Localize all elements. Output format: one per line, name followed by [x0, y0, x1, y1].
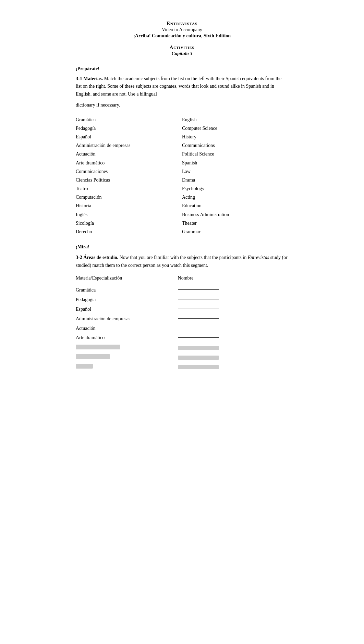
blurred-row — [76, 353, 288, 362]
answer-blank — [178, 337, 219, 338]
capitulo-label: Capítulo 3 — [76, 51, 288, 57]
blurred-blank-block — [178, 365, 219, 369]
subject-cell: Arte dramático — [76, 333, 178, 342]
col1-header: Materia/Especialización — [76, 275, 178, 281]
subject-cell: Actuación — [76, 324, 178, 333]
nombre-cell — [178, 324, 288, 333]
blurred-text-block — [76, 364, 93, 369]
activity32-intro: 3-2 Áreas de estudio. Now that you are f… — [76, 254, 288, 269]
list-item: Arte dramático — [76, 159, 175, 167]
table-row: Español — [76, 305, 288, 314]
blurred-nombre — [178, 363, 288, 372]
page: Entrevistas Video to Accompany ¡Arriba! … — [48, 0, 316, 598]
list-item: Drama — [182, 176, 288, 184]
list-item: Education — [182, 201, 288, 210]
list-item: History — [182, 133, 288, 141]
list-item: Grammar — [182, 227, 288, 236]
table-row: Gramática — [76, 286, 288, 295]
list-item: Teatro — [76, 184, 175, 193]
list-item: Comunicaciones — [76, 167, 175, 176]
list-item: Business Administration — [182, 210, 288, 219]
list-item: Computación — [76, 193, 175, 201]
list-item: Sicología — [76, 219, 175, 227]
list-item: Actuación — [76, 150, 175, 158]
list-item: Law — [182, 167, 288, 176]
blurred-row — [76, 363, 288, 372]
list-item: Pedagogía — [76, 124, 175, 133]
preparate-heading: ¡Prepárate! — [76, 66, 288, 72]
activity31-body: Match the academic subjects from the lis… — [76, 76, 281, 97]
answer-blank — [178, 328, 219, 328]
list-item: Theater — [182, 219, 288, 227]
dictionary-line: dictionary if necessary. — [76, 101, 288, 109]
blurred-subject — [76, 363, 178, 372]
answer-blank — [178, 289, 219, 290]
spanish-list: GramáticaPedagogíaEspañolAdministración … — [76, 115, 182, 236]
nombre-cell — [178, 305, 288, 314]
subject-cell: Pedagogía — [76, 295, 178, 304]
rest-of-page — [76, 372, 288, 578]
blurred-subject — [76, 353, 178, 362]
main-title: Entrevistas — [76, 21, 288, 26]
activity31-intro: 3-1 Materias. Match the academic subject… — [76, 75, 288, 98]
table-row: Administración de empresas — [76, 314, 288, 323]
list-item: Political Science — [182, 150, 288, 158]
list-item: Computer Science — [182, 124, 288, 133]
answer-blank — [178, 318, 219, 319]
subject-cell: Administración de empresas — [76, 314, 178, 323]
list-item: Ciencias Políticas — [76, 176, 175, 184]
blurred-text-block — [76, 345, 120, 349]
blurred-blank-block — [178, 346, 219, 350]
blurred-nombre — [178, 344, 288, 352]
table-body: GramáticaPedagogíaEspañolAdministración … — [76, 286, 288, 372]
list-item: English — [182, 115, 288, 124]
edition: ¡Arriba! Comunicación y cultura, Sixth E… — [76, 33, 288, 39]
nombre-cell — [178, 333, 288, 342]
blurred-rows — [76, 344, 288, 372]
list-item: Gramática — [76, 115, 175, 124]
blurred-nombre — [178, 353, 288, 362]
table-row: Arte dramático — [76, 333, 288, 342]
nombre-cell — [178, 295, 288, 304]
answer-blank — [178, 309, 219, 309]
blurred-blank-block — [178, 356, 219, 360]
table-header: Materia/Especialización Nombre — [76, 275, 288, 281]
list-item: Inglés — [76, 210, 175, 219]
list-item: Psychology — [182, 184, 288, 193]
nombre-cell — [178, 314, 288, 323]
blurred-subject — [76, 344, 178, 352]
list-item: Historia — [76, 201, 175, 210]
activity31-number: 3-1 Materias. — [76, 76, 103, 81]
nombre-cell — [178, 286, 288, 295]
list-item: Español — [76, 133, 175, 141]
subject-cell: Español — [76, 305, 178, 314]
list-item: Administración de empresas — [76, 141, 175, 150]
english-list: EnglishComputer ScienceHistoryCommunicat… — [182, 115, 288, 236]
blurred-text-block — [76, 354, 110, 359]
answer-blank — [178, 299, 219, 299]
mira-heading: ¡Mira! — [76, 244, 288, 250]
page-header: Entrevistas Video to Accompany ¡Arriba! … — [76, 21, 288, 57]
subject-cell: Gramática — [76, 286, 178, 295]
blurred-row — [76, 344, 288, 352]
list-item: Derecho — [76, 227, 175, 236]
table-row: Actuación — [76, 324, 288, 333]
list-item: Spanish — [182, 159, 288, 167]
table-row: Pedagogía — [76, 295, 288, 304]
list-item: Acting — [182, 193, 288, 201]
list-item: Communications — [182, 141, 288, 150]
matching-list: GramáticaPedagogíaEspañolAdministración … — [76, 115, 288, 236]
activity32-number: 3-2 Áreas de estudio. — [76, 255, 118, 260]
subtitle: Video to Accompany — [76, 27, 288, 33]
activity32-body-start: Now that you are familiar with the subje… — [120, 255, 248, 260]
activities-label: Activities — [76, 45, 288, 50]
activity32-italic: Entrevistas — [248, 255, 269, 260]
col2-header: Nombre — [178, 275, 288, 281]
